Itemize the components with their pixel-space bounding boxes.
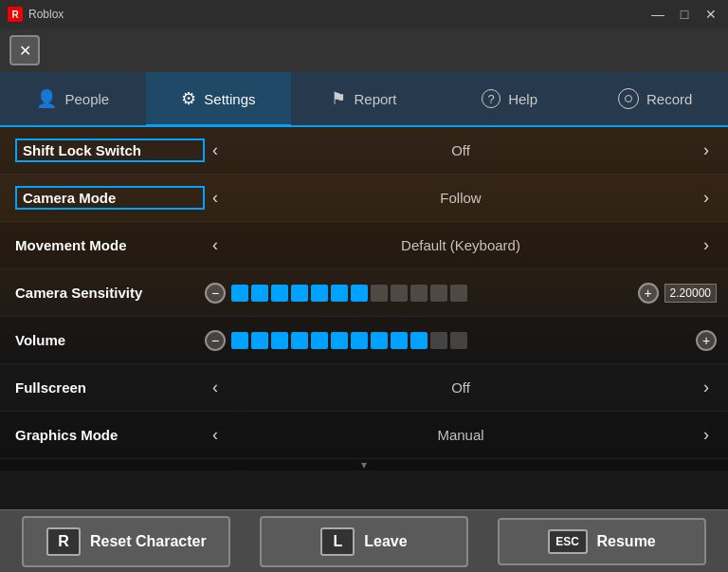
people-icon: 👤 xyxy=(36,90,57,107)
volume-seg-3 xyxy=(291,332,308,349)
volume-seg-4 xyxy=(311,332,328,349)
bottom-bar: R Reset Character L Leave ESC Resume xyxy=(0,509,728,572)
volume-label: Volume xyxy=(15,332,205,348)
leave-button[interactable]: L Leave xyxy=(260,516,468,567)
leave-label: Leave xyxy=(364,533,407,550)
sensitivity-seg-1 xyxy=(251,285,268,302)
fullscreen-label: Fullscreen xyxy=(15,379,205,396)
graphics-mode-next[interactable]: › xyxy=(696,421,717,449)
shift-lock-next[interactable]: › xyxy=(696,137,717,164)
reset-label: Reset Character xyxy=(90,533,207,550)
reset-character-button[interactable]: R Reset Character xyxy=(22,516,230,567)
nav-label-record: Record xyxy=(646,91,692,107)
resume-label: Resume xyxy=(597,533,656,550)
movement-mode-control: ‹ Default (Keyboard) › xyxy=(205,231,717,259)
movement-mode-next[interactable]: › xyxy=(696,231,717,259)
camera-mode-value: Follow xyxy=(233,190,688,206)
titlebar: R Roblox — □ ✕ xyxy=(0,0,728,28)
report-icon: ⚑ xyxy=(331,90,346,107)
titlebar-icon: R xyxy=(8,7,23,22)
nav-item-settings[interactable]: ⚙ Settings xyxy=(146,72,292,125)
scroll-chevron-down: ▾ xyxy=(361,458,367,471)
camera-mode-prev[interactable]: ‹ xyxy=(205,184,226,212)
record-icon xyxy=(618,88,639,109)
sensitivity-seg-2 xyxy=(271,285,288,302)
movement-mode-prev[interactable]: ‹ xyxy=(205,231,226,259)
volume-seg-11 xyxy=(450,332,467,349)
nav-label-report: Report xyxy=(354,91,396,107)
nav-item-report[interactable]: ⚑ Report xyxy=(291,72,437,125)
sensitivity-increase[interactable]: + xyxy=(638,283,659,304)
sensitivity-seg-9 xyxy=(410,285,428,302)
fullscreen-next[interactable]: › xyxy=(696,374,717,401)
setting-row-fullscreen: Fullscreen ‹ Off › xyxy=(0,364,728,412)
setting-row-graphics-mode: Graphics Mode ‹ Manual › xyxy=(0,412,728,459)
fullscreen-control: ‹ Off › xyxy=(205,374,717,401)
movement-mode-label: Movement Mode xyxy=(15,237,205,253)
settings-panel: Shift Lock Switch ‹ Off › Camera Mode ‹ … xyxy=(0,127,728,471)
sensitivity-seg-8 xyxy=(391,285,408,302)
shift-lock-prev[interactable]: ‹ xyxy=(205,137,226,164)
minimize-button[interactable]: — xyxy=(648,5,667,24)
close-x-bar: ✕ xyxy=(0,28,728,72)
sensitivity-seg-11 xyxy=(450,285,467,302)
sensitivity-seg-3 xyxy=(291,285,308,302)
nav-label-people: People xyxy=(64,91,109,107)
nav-item-record[interactable]: Record xyxy=(582,72,728,125)
volume-seg-8 xyxy=(391,332,408,349)
maximize-button[interactable]: □ xyxy=(675,5,694,24)
titlebar-close-button[interactable]: ✕ xyxy=(701,5,720,24)
shift-lock-label: Shift Lock Switch xyxy=(15,138,205,162)
graphics-mode-label: Graphics Mode xyxy=(15,427,205,443)
graphics-mode-prev[interactable]: ‹ xyxy=(205,421,226,449)
sensitivity-seg-6 xyxy=(351,285,368,302)
graphics-mode-value: Manual xyxy=(233,427,688,443)
camera-mode-control: ‹ Follow › xyxy=(205,184,717,212)
nav-label-settings: Settings xyxy=(204,91,255,107)
main-content: Shift Lock Switch ‹ Off › Camera Mode ‹ … xyxy=(0,127,728,509)
sensitivity-seg-0 xyxy=(231,285,248,302)
leave-key: L xyxy=(320,527,355,556)
setting-row-camera-mode: Camera Mode ‹ Follow › xyxy=(0,175,728,222)
volume-seg-7 xyxy=(371,332,388,349)
graphics-mode-control: ‹ Manual › xyxy=(205,421,717,449)
setting-row-movement-mode: Movement Mode ‹ Default (Keyboard) › xyxy=(0,222,728,269)
volume-seg-5 xyxy=(331,332,348,349)
camera-sensitivity-label: Camera Sensitivity xyxy=(15,285,205,301)
nav-item-people[interactable]: 👤 People xyxy=(0,72,146,125)
volume-increase[interactable]: + xyxy=(696,330,717,351)
volume-seg-1 xyxy=(251,332,268,349)
shift-lock-value: Off xyxy=(233,142,688,158)
close-x-button[interactable]: ✕ xyxy=(9,35,40,65)
setting-row-camera-sensitivity: Camera Sensitivity − + 2.20000 xyxy=(0,269,728,317)
titlebar-left: R Roblox xyxy=(8,7,64,22)
volume-slider: − + xyxy=(205,330,717,351)
resume-button[interactable]: ESC Resume xyxy=(498,518,706,565)
movement-mode-value: Default (Keyboard) xyxy=(233,237,688,253)
settings-icon: ⚙ xyxy=(181,90,196,107)
volume-seg-0 xyxy=(231,332,248,349)
volume-seg-6 xyxy=(351,332,368,349)
setting-row-volume: Volume − + xyxy=(0,317,728,364)
nav-item-help[interactable]: ? Help xyxy=(437,72,583,125)
sensitivity-decrease[interactable]: − xyxy=(205,283,226,304)
volume-decrease[interactable]: − xyxy=(205,330,226,351)
nav-label-help: Help xyxy=(508,91,537,107)
titlebar-title: Roblox xyxy=(28,8,64,21)
titlebar-controls: — □ ✕ xyxy=(648,5,720,24)
sensitivity-seg-10 xyxy=(430,285,447,302)
fullscreen-value: Off xyxy=(233,379,688,396)
camera-mode-label: Camera Mode xyxy=(15,186,205,210)
volume-seg-9 xyxy=(410,332,428,349)
resume-key: ESC xyxy=(548,529,588,554)
sensitivity-seg-4 xyxy=(311,285,328,302)
camera-mode-next[interactable]: › xyxy=(696,184,717,212)
volume-seg-2 xyxy=(271,332,288,349)
volume-track xyxy=(231,332,690,349)
volume-seg-10 xyxy=(430,332,447,349)
sensitivity-track xyxy=(231,285,632,302)
fullscreen-prev[interactable]: ‹ xyxy=(205,374,226,401)
shift-lock-control: ‹ Off › xyxy=(205,137,717,164)
scroll-indicator: ▾ xyxy=(0,459,728,471)
sensitivity-seg-5 xyxy=(331,285,348,302)
